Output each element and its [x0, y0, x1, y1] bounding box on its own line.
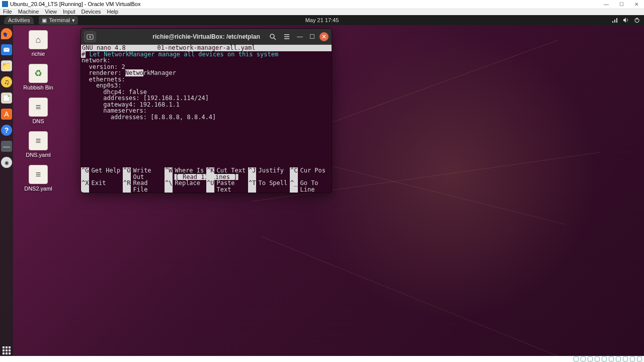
- vbox-status-recording-icon: [623, 356, 628, 361]
- desktop-icon-dns2-yaml[interactable]: ≡ DNS2.yaml: [23, 165, 53, 192]
- dock-software[interactable]: A: [1, 109, 12, 120]
- terminal-hamburger-menu[interactable]: [281, 31, 292, 42]
- nano-shortcut-key: ^W: [165, 167, 173, 180]
- svg-line-7: [274, 38, 276, 40]
- dock-libreoffice[interactable]: [1, 93, 12, 104]
- dock-help[interactable]: ?: [1, 125, 12, 136]
- nano-shortcut: ^CCur Pos: [290, 167, 332, 180]
- nano-shortcut-label: Get Help: [89, 167, 120, 180]
- dock-show-apps[interactable]: [1, 345, 12, 356]
- nano-shortcut-key: ^R: [123, 180, 131, 193]
- terminal-body[interactable]: GNU nano 4.8 01-network-manager-all.yaml…: [81, 45, 332, 193]
- nano-shortcut: ^XExit: [81, 180, 123, 193]
- desktop-icon-dns-yaml[interactable]: ≡ DNS.yaml: [23, 131, 53, 158]
- terminal-new-tab-button[interactable]: [84, 31, 96, 42]
- nano-file-content[interactable]: network: version: 2 renderer: NetworkMan…: [81, 57, 332, 120]
- desktop-icon-home[interactable]: ⌂ richie: [23, 30, 53, 57]
- system-tray[interactable]: [612, 17, 640, 23]
- nano-shortcut-key: ^\: [165, 180, 173, 193]
- dock-thunderbird[interactable]: [1, 44, 12, 55]
- wallpaper-decor: [332, 166, 567, 225]
- terminal-maximize-button[interactable]: ☐: [307, 32, 316, 41]
- nano-shortcut-label: Paste Text: [214, 180, 248, 193]
- topbar-clock[interactable]: May 21 17:45: [305, 17, 339, 23]
- dock-files[interactable]: 📁: [1, 60, 12, 71]
- trash-icon: ♻: [29, 64, 48, 83]
- nano-shortcut-key: ^U: [206, 180, 214, 193]
- nano-filename: 01-network-manager-all.yaml: [157, 45, 255, 51]
- desktop[interactable]: 📁 ♫ A ? — ◉ ⌂ richie ♻ Rubbish Bin: [0, 25, 644, 356]
- terminal-window[interactable]: richie@richie-VirtualBox: /etc/netplan —…: [80, 28, 332, 193]
- terminal-titlebar[interactable]: richie@richie-VirtualBox: /etc/netplan —…: [81, 29, 332, 45]
- terminal-title: richie@richie-VirtualBox: /etc/netplan: [152, 33, 260, 40]
- nano-shortcut-key: ^_: [290, 180, 298, 193]
- host-maximize-button[interactable]: ☐: [614, 0, 629, 8]
- dock-disc[interactable]: ◉: [1, 157, 12, 168]
- virtualbox-titlebar: Ubuntu_20.04_LTS [Running] - Oracle VM V…: [0, 0, 644, 8]
- vbox-menu-file[interactable]: File: [3, 9, 12, 15]
- virtualbox-icon: [2, 1, 8, 7]
- desktop-icon-trash[interactable]: ♻ Rubbish Bin: [23, 64, 53, 90]
- nano-shortcut: ^OWrite Out: [123, 167, 165, 180]
- nano-shortcut: ^_Go To Line: [290, 180, 332, 193]
- host-minimize-button[interactable]: —: [599, 0, 614, 8]
- vbox-menu-help[interactable]: Help: [107, 9, 119, 15]
- vbox-status-hdd-icon: [574, 356, 579, 361]
- home-icon: ⌂: [29, 30, 48, 49]
- nano-shortcut-label: Exit: [89, 180, 106, 193]
- wallpaper-decor: [322, 40, 558, 126]
- vbox-menu-machine[interactable]: Machine: [18, 9, 39, 15]
- nano-shortcut-key: ^K: [206, 167, 214, 180]
- nano-shortcuts-row-1: ^GGet Help^OWrite Out^WWhere Is^KCut Tex…: [81, 167, 332, 180]
- vbox-status-shared-folder-icon: [609, 356, 614, 361]
- activities-button[interactable]: Activities: [4, 16, 34, 24]
- nano-shortcut-label: Justify: [256, 167, 284, 180]
- host-close-button[interactable]: ✕: [629, 0, 644, 8]
- vbox-status-mouse-icon: [637, 356, 642, 361]
- nano-shortcut: ^JJustify: [248, 167, 290, 180]
- guest-viewport: Activities ▣ Terminal ▾ May 21 17:45: [0, 15, 644, 356]
- desktop-icon-dns[interactable]: ≡ DNS: [23, 98, 53, 124]
- nano-shortcut: ^UPaste Text: [206, 180, 248, 193]
- nano-shortcut-label: Cur Pos: [298, 167, 326, 180]
- vbox-menu-devices[interactable]: Devices: [81, 9, 101, 15]
- desktop-icon-label: richie: [32, 51, 45, 57]
- network-icon: [612, 17, 618, 23]
- vbox-menu-view[interactable]: View: [45, 9, 57, 15]
- dock-firefox[interactable]: [1, 28, 12, 39]
- chevron-down-icon: ▾: [72, 17, 75, 24]
- gnome-topbar: Activities ▣ Terminal ▾ May 21 17:45: [0, 15, 644, 25]
- nano-comment-line: # Let NetworkManager manage all devices …: [81, 51, 332, 58]
- nano-selection: Netwo: [125, 69, 143, 76]
- virtualbox-status-bar[interactable]: [574, 356, 642, 362]
- vbox-menu-input[interactable]: Input: [63, 9, 75, 15]
- nano-shortcut-label: Replace: [173, 180, 200, 193]
- nano-shortcut-key: ^G: [81, 167, 89, 180]
- nano-shortcut: ^KCut Text: [206, 167, 248, 180]
- file-icon: ≡: [29, 98, 48, 117]
- terminal-icon: ▣: [42, 17, 47, 24]
- vbox-status-cpu-icon: [630, 356, 635, 361]
- desktop-icon-label: DNS2.yaml: [24, 186, 52, 192]
- nano-shortcut: ^GGet Help: [81, 167, 123, 180]
- vbox-status-network-icon: [595, 356, 600, 361]
- file-icon: ≡: [29, 131, 48, 150]
- desktop-icons: ⌂ richie ♻ Rubbish Bin ≡ DNS ≡ DNS.yaml …: [23, 30, 53, 192]
- desktop-icon-label: Rubbish Bin: [23, 85, 53, 90]
- dock-settings[interactable]: —: [1, 141, 12, 152]
- desktop-icon-label: DNS: [32, 119, 44, 124]
- power-icon: [634, 17, 640, 23]
- vbox-status-optical-icon: [581, 356, 586, 361]
- wallpaper-decor: [262, 236, 565, 356]
- topbar-app-menu[interactable]: ▣ Terminal ▾: [39, 16, 78, 25]
- volume-icon: [623, 17, 629, 23]
- terminal-search-button[interactable]: [267, 31, 278, 42]
- svg-point-6: [270, 34, 274, 38]
- virtualbox-title: Ubuntu_20.04_LTS [Running] - Oracle VM V…: [10, 1, 140, 7]
- nano-shortcut-key: ^X: [81, 180, 89, 193]
- dock-rhythmbox[interactable]: ♫: [1, 76, 12, 87]
- terminal-close-button[interactable]: ✕: [319, 32, 329, 41]
- terminal-minimize-button[interactable]: —: [295, 32, 304, 41]
- nano-shortcut-key: ^J: [248, 167, 256, 180]
- nano-shortcut-label: Where Is: [173, 167, 204, 180]
